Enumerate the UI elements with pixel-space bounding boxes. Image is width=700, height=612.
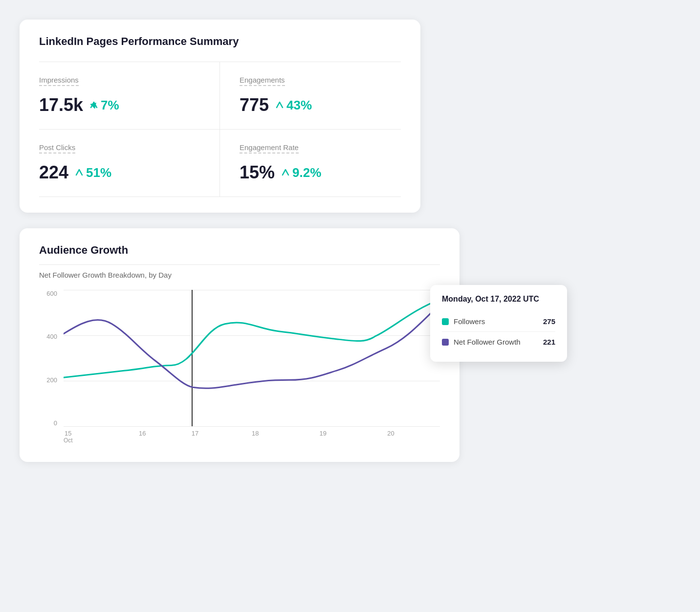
- engagements-label: Engagements: [240, 76, 285, 86]
- impressions-value-row: 17.5k 7%: [39, 95, 200, 115]
- x-label-15: 15 Oct: [64, 430, 73, 444]
- post-clicks-cell: Post Clicks 224 51%: [39, 130, 220, 197]
- arrow-up-icon: [89, 100, 99, 110]
- x-label-18: 18: [252, 430, 259, 437]
- y-label-200: 200: [46, 376, 57, 384]
- post-clicks-change: 51%: [74, 165, 111, 180]
- tooltip-net-growth-label: Net Follower Growth: [454, 338, 521, 346]
- engagement-rate-label: Engagement Rate: [240, 143, 299, 153]
- x-label-20: 20: [387, 430, 394, 437]
- impressions-value: 17.5k: [39, 95, 83, 115]
- y-label-600: 600: [46, 290, 57, 297]
- chart-container: Net Follower Growth Breakdown, by Day 60…: [39, 261, 440, 446]
- tooltip-net-growth-value: 221: [543, 338, 555, 346]
- engagements-value-row: 775 43%: [240, 95, 401, 115]
- performance-title: LinkedIn Pages Performance Summary: [39, 35, 401, 48]
- chart-plot: [64, 290, 440, 427]
- y-label-0: 0: [54, 419, 57, 427]
- teal-legend-dot: [442, 318, 449, 325]
- audience-growth-card: Audience Growth Net Follower Growth Brea…: [20, 228, 459, 462]
- engagement-rate-value: 15%: [240, 162, 275, 183]
- tooltip-net-growth-row: Net Follower Growth 221: [442, 332, 555, 352]
- tooltip-followers-value: 275: [543, 317, 555, 326]
- chart-tooltip: Monday, Oct 17, 2022 UTC Followers 275 N…: [430, 285, 567, 362]
- post-clicks-value-row: 224 51%: [39, 162, 200, 183]
- audience-title: Audience Growth: [39, 244, 440, 257]
- engagements-change: 43%: [275, 98, 312, 113]
- engagement-rate-value-row: 15% 9.2%: [240, 162, 401, 183]
- impressions-cell: Impressions 17.5k 7%: [39, 62, 220, 130]
- engagement-rate-cell: Engagement Rate 15% 9.2%: [220, 130, 401, 197]
- arrow-up-icon-4: [281, 168, 290, 177]
- purple-line: [64, 305, 440, 388]
- tooltip-date: Monday, Oct 17, 2022 UTC: [442, 295, 555, 304]
- y-axis: 600 400 200 0: [39, 290, 61, 427]
- chart-subtitle: Net Follower Growth Breakdown, by Day: [39, 264, 440, 279]
- performance-summary-card: LinkedIn Pages Performance Summary Impre…: [20, 20, 420, 213]
- impressions-label: Impressions: [39, 76, 79, 86]
- y-label-400: 400: [46, 333, 57, 340]
- engagements-cell: Engagements 775 43%: [220, 62, 401, 130]
- chart-svg: [64, 290, 440, 426]
- impressions-change: 7%: [89, 98, 119, 113]
- engagements-value: 775: [240, 95, 269, 115]
- arrow-up-icon-3: [74, 168, 84, 177]
- x-label-16: 16: [139, 430, 146, 437]
- tooltip-followers-row: Followers 275: [442, 311, 555, 332]
- tooltip-followers-label: Followers: [454, 317, 485, 326]
- x-axis: 15 Oct 16 17 18 19 20: [64, 427, 440, 446]
- arrow-up-icon-2: [275, 100, 284, 110]
- metrics-grid: Impressions 17.5k 7% Engagements 775 43%: [39, 62, 401, 197]
- purple-legend-dot: [442, 339, 449, 346]
- teal-line: [64, 300, 440, 377]
- x-label-19: 19: [320, 430, 327, 437]
- x-label-17: 17: [192, 430, 198, 437]
- engagement-rate-change: 9.2%: [281, 165, 321, 180]
- post-clicks-label: Post Clicks: [39, 143, 75, 153]
- post-clicks-value: 224: [39, 162, 68, 183]
